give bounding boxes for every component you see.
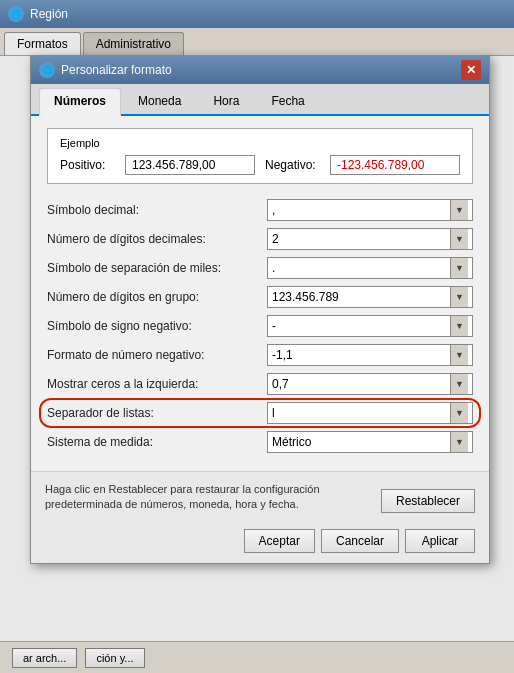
negative-label: Negativo: — [265, 158, 320, 172]
negative-value: -123.456.789,00 — [330, 155, 460, 175]
setting-decimal-symbol: Símbolo decimal: , ▼ — [47, 198, 473, 222]
arrow-group-digits: ▼ — [450, 287, 468, 307]
control-group-digits: 123.456.789 ▼ — [267, 286, 473, 308]
label-list-separator: Separador de listas: — [47, 406, 267, 420]
dropdown-digits-decimal[interactable]: 2 ▼ — [267, 228, 473, 250]
control-digits-decimal: 2 ▼ — [267, 228, 473, 250]
control-negative-format: -1,1 ▼ — [267, 344, 473, 366]
arrow-negative-format: ▼ — [450, 345, 468, 365]
settings-table: Símbolo decimal: , ▼ Número de dígitos d… — [47, 198, 473, 454]
bg-window-title: Región — [30, 7, 68, 21]
setting-measurement: Sistema de medida: Métrico ▼ — [47, 430, 473, 454]
bg-tabs: Formatos Administrativo — [0, 28, 514, 56]
value-measurement: Métrico — [272, 435, 450, 449]
dialog-content: Ejemplo Positivo: 123.456.789,00 Negativ… — [31, 116, 489, 471]
personalize-format-dialog: 🌐 Personalizar formato ✕ Números Moneda … — [30, 55, 490, 564]
control-leading-zeros: 0,7 ▼ — [267, 373, 473, 395]
setting-digits-decimal: Número de dígitos decimales: 2 ▼ — [47, 227, 473, 251]
value-decimal-symbol: , — [272, 203, 450, 217]
dropdown-list-separator[interactable]: l ▼ — [267, 402, 473, 424]
label-thousands-symbol: Símbolo de separación de miles: — [47, 261, 267, 275]
footer-buttons: Aceptar Cancelar Aplicar — [45, 529, 475, 553]
dropdown-leading-zeros[interactable]: 0,7 ▼ — [267, 373, 473, 395]
taskbar-btn-2[interactable]: ción y... — [85, 648, 144, 668]
taskbar-btn-1[interactable]: ar arch... — [12, 648, 77, 668]
setting-negative-sign: Símbolo de signo negativo: - ▼ — [47, 314, 473, 338]
control-list-separator: l ▼ — [267, 402, 473, 424]
control-thousands-symbol: . ▼ — [267, 257, 473, 279]
bottom-bar: ar arch... ción y... — [0, 641, 514, 673]
arrow-decimal-symbol: ▼ — [450, 200, 468, 220]
dropdown-decimal-symbol[interactable]: , ▼ — [267, 199, 473, 221]
positive-label: Positivo: — [60, 158, 115, 172]
dialog-title: Personalizar formato — [61, 63, 172, 77]
positive-value: 123.456.789,00 — [125, 155, 255, 175]
label-measurement: Sistema de medida: — [47, 435, 267, 449]
label-digits-decimal: Número de dígitos decimales: — [47, 232, 267, 246]
aceptar-button[interactable]: Aceptar — [244, 529, 315, 553]
cancelar-button[interactable]: Cancelar — [321, 529, 399, 553]
control-negative-sign: - ▼ — [267, 315, 473, 337]
tab-moneda[interactable]: Moneda — [123, 88, 196, 114]
setting-group-digits: Número de dígitos en grupo: 123.456.789 … — [47, 285, 473, 309]
label-negative-format: Formato de número negativo: — [47, 348, 267, 362]
arrow-leading-zeros: ▼ — [450, 374, 468, 394]
arrow-thousands-symbol: ▼ — [450, 258, 468, 278]
restablecer-button[interactable]: Restablecer — [381, 489, 475, 513]
value-thousands-symbol: . — [272, 261, 450, 275]
value-list-separator: l — [272, 406, 450, 420]
label-leading-zeros: Mostrar ceros a la izquierda: — [47, 377, 267, 391]
dropdown-group-digits[interactable]: 123.456.789 ▼ — [267, 286, 473, 308]
bg-tab-administrativo[interactable]: Administrativo — [83, 32, 184, 55]
setting-leading-zeros: Mostrar ceros a la izquierda: 0,7 ▼ — [47, 372, 473, 396]
value-group-digits: 123.456.789 — [272, 290, 450, 304]
dropdown-negative-format[interactable]: -1,1 ▼ — [267, 344, 473, 366]
value-negative-sign: - — [272, 319, 450, 333]
dialog-icon: 🌐 — [39, 62, 55, 78]
dropdown-thousands-symbol[interactable]: . ▼ — [267, 257, 473, 279]
control-decimal-symbol: , ▼ — [267, 199, 473, 221]
arrow-digits-decimal: ▼ — [450, 229, 468, 249]
example-section: Ejemplo Positivo: 123.456.789,00 Negativ… — [47, 128, 473, 184]
bg-window-icon: 🌐 — [8, 6, 24, 22]
value-negative-format: -1,1 — [272, 348, 450, 362]
example-title: Ejemplo — [60, 137, 460, 149]
tab-numeros[interactable]: Números — [39, 88, 121, 116]
setting-negative-format: Formato de número negativo: -1,1 ▼ — [47, 343, 473, 367]
dialog-titlebar: 🌐 Personalizar formato ✕ — [31, 56, 489, 84]
arrow-negative-sign: ▼ — [450, 316, 468, 336]
dropdown-negative-sign[interactable]: - ▼ — [267, 315, 473, 337]
bg-tab-formatos[interactable]: Formatos — [4, 32, 81, 55]
control-measurement: Métrico ▼ — [267, 431, 473, 453]
bg-titlebar: 🌐 Región — [0, 0, 514, 28]
arrow-measurement: ▼ — [450, 432, 468, 452]
setting-thousands-symbol: Símbolo de separación de miles: . ▼ — [47, 256, 473, 280]
label-negative-sign: Símbolo de signo negativo: — [47, 319, 267, 333]
setting-list-separator: Separador de listas: l ▼ — [47, 401, 473, 425]
label-decimal-symbol: Símbolo decimal: — [47, 203, 267, 217]
value-leading-zeros: 0,7 — [272, 377, 450, 391]
dropdown-measurement[interactable]: Métrico ▼ — [267, 431, 473, 453]
dialog-footer: Haga clic en Restablecer para restaurar … — [31, 471, 489, 563]
footer-text: Haga clic en Restablecer para restaurar … — [45, 482, 335, 513]
close-button[interactable]: ✕ — [461, 60, 481, 80]
value-digits-decimal: 2 — [272, 232, 450, 246]
example-row: Positivo: 123.456.789,00 Negativo: -123.… — [60, 155, 460, 175]
arrow-list-separator: ▼ — [450, 403, 468, 423]
inner-tabs: Números Moneda Hora Fecha — [31, 84, 489, 116]
tab-fecha[interactable]: Fecha — [256, 88, 319, 114]
label-group-digits: Número de dígitos en grupo: — [47, 290, 267, 304]
aplicar-button[interactable]: Aplicar — [405, 529, 475, 553]
tab-hora[interactable]: Hora — [198, 88, 254, 114]
